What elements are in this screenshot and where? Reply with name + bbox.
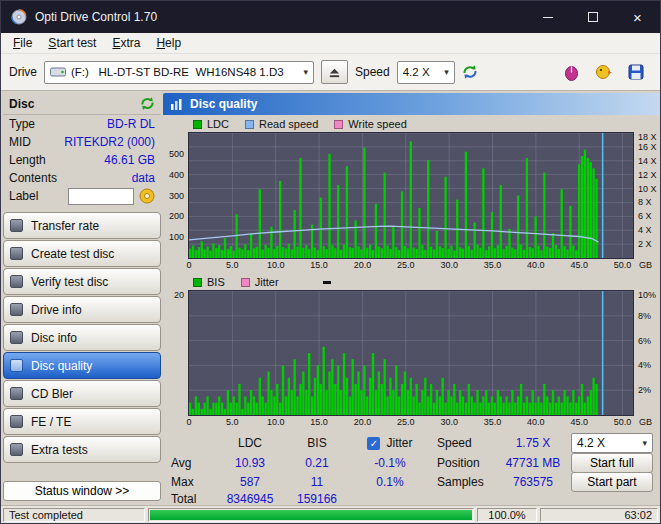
- avg-row-label: Avg: [165, 456, 211, 470]
- legend-label: Read speed: [259, 118, 318, 130]
- info-label: Type: [9, 117, 35, 131]
- disc-info-length: Length46.61 GB: [3, 151, 161, 169]
- save-icon: [628, 64, 644, 80]
- chevron-down-icon: ▾: [303, 67, 308, 77]
- disc-label-input[interactable]: [68, 188, 134, 205]
- legend-label: Jitter: [255, 276, 279, 288]
- disc-info-icon: [10, 331, 23, 344]
- label-lookup-icon[interactable]: [139, 188, 155, 204]
- menu-help[interactable]: Help: [148, 34, 189, 52]
- ldc-chart: 50040030020010018 X16 X14 X12 X10 X8 X6 …: [163, 133, 660, 272]
- minimize-button[interactable]: [525, 1, 570, 33]
- menu-extra[interactable]: Extra: [104, 34, 148, 52]
- drive-select[interactable]: (F:) HL-DT-ST BD-RE WH16NS48 1.D3 ▾: [44, 61, 314, 84]
- bird-button[interactable]: [595, 64, 612, 80]
- bis-chart: 2010%8%6%4%2%05.010.015.020.025.030.035.…: [163, 291, 660, 429]
- info-value: RITEKDR2 (000): [64, 135, 155, 149]
- sidebar-button-label: Disc quality: [31, 359, 92, 373]
- drive-icon: [50, 66, 66, 78]
- info-value: 46.61 GB: [104, 153, 155, 167]
- legend-bis-swatch: [193, 278, 202, 287]
- info-label: Label: [9, 189, 38, 203]
- save-button[interactable]: [628, 64, 644, 80]
- position-value: 47731 MB: [495, 456, 571, 470]
- status-bar: Test completed 100.0% 63:02: [1, 505, 660, 523]
- ldc-read-speed-x-axis: 05.010.015.020.025.030.035.040.045.050.0…: [189, 258, 633, 271]
- sidebar-button-disc-info[interactable]: Disc info: [3, 324, 161, 351]
- ldc-column-header: LDC: [211, 436, 289, 450]
- sidebar-button-label: Transfer rate: [31, 219, 99, 233]
- menu-file[interactable]: File: [5, 34, 40, 52]
- sidebar-button-transfer-rate[interactable]: Transfer rate: [3, 212, 161, 239]
- bis-jitter-plot: [189, 291, 633, 415]
- refresh-icon: [462, 64, 478, 80]
- eject-button[interactable]: [321, 60, 348, 84]
- extra-tests-icon: [10, 443, 23, 456]
- legend-jitter: Jitter: [241, 276, 279, 288]
- refresh-speeds-button[interactable]: [462, 64, 478, 80]
- disc-section-header: Disc: [3, 93, 161, 115]
- sidebar-button-fe-te[interactable]: FE / TE: [3, 408, 161, 435]
- maximize-icon: [588, 12, 598, 22]
- sidebar-button-label: FE / TE: [31, 415, 71, 429]
- disc-info-contents: Contentsdata: [3, 169, 161, 187]
- stats-area: LDC BIS ✓ Jitter Speed 1.75 X 4.2 X ▾ Av…: [165, 433, 658, 507]
- start-full-button[interactable]: Start full: [571, 453, 653, 473]
- legend-ldc: LDC: [193, 118, 229, 130]
- sidebar-button-extra-tests[interactable]: Extra tests: [3, 436, 161, 463]
- legend-jitter-swatch: [241, 278, 250, 287]
- mouse-button[interactable]: [564, 64, 579, 81]
- jitter-checkbox[interactable]: ✓: [367, 437, 380, 450]
- disc-info-type: TypeBD-R DL: [3, 115, 161, 133]
- sidebar-button-disc-quality[interactable]: Disc quality: [3, 352, 161, 379]
- legend-label: BIS: [207, 276, 225, 288]
- samples-value: 763575: [495, 475, 571, 489]
- chevron-down-icon: ▾: [444, 67, 449, 77]
- title-bar: Opti Drive Control 1.70 ×: [1, 1, 660, 33]
- avg-ldc-value: 10.93: [211, 456, 289, 470]
- max-bis-value: 11: [289, 475, 345, 489]
- maximize-button[interactable]: [570, 1, 615, 33]
- disc-quality-icon: [10, 359, 23, 372]
- sidebar-button-label: Disc info: [31, 331, 77, 345]
- start-part-button[interactable]: Start part: [571, 472, 653, 492]
- sidebar: Disc TypeBD-R DLMIDRITEKDR2 (000)Length4…: [3, 93, 161, 505]
- samples-label: Samples: [435, 475, 495, 489]
- info-value: data: [132, 171, 155, 185]
- verify-test-disc-icon: [10, 275, 23, 288]
- speed-select-value: 4.2 X: [403, 66, 430, 78]
- app-icon: [11, 9, 27, 25]
- scan-speed-select[interactable]: 4.2 X ▾: [571, 433, 653, 453]
- bis-bars: [189, 347, 598, 415]
- progress-percent: 100.0%: [477, 508, 537, 522]
- jitter-label: Jitter: [386, 436, 412, 450]
- refresh-disc-button[interactable]: [140, 96, 155, 111]
- sidebar-button-verify-test-disc[interactable]: Verify test disc: [3, 268, 161, 295]
- cd-bler-icon: [10, 387, 23, 400]
- refresh-disc-icon: [140, 96, 155, 111]
- speed-select[interactable]: 4.2 X ▾: [397, 61, 455, 84]
- status-window-button[interactable]: Status window >>: [3, 481, 161, 501]
- disc-info-list: TypeBD-R DLMIDRITEKDR2 (000)Length46.61 …: [3, 115, 161, 205]
- app-window: Opti Drive Control 1.70 × FileStart test…: [0, 0, 661, 524]
- progress-fill: [150, 510, 472, 520]
- info-label: MID: [9, 135, 31, 149]
- speed-label: Speed: [355, 65, 390, 79]
- legend-label: LDC: [207, 118, 229, 130]
- disc-info-mid: MIDRITEKDR2 (000): [3, 133, 161, 151]
- bird-icon: [595, 64, 612, 80]
- progress-bar: [148, 508, 474, 522]
- menu-start-test[interactable]: Start test: [40, 34, 104, 52]
- speed-stat-label: Speed: [435, 436, 495, 450]
- jitter-toggle[interactable]: ✓ Jitter: [345, 436, 435, 450]
- total-row-label: Total: [165, 492, 211, 506]
- sidebar-button-create-test-disc[interactable]: Create test disc: [3, 240, 161, 267]
- sidebar-button-cd-bler[interactable]: CD Bler: [3, 380, 161, 407]
- close-button[interactable]: ×: [615, 1, 660, 33]
- legend-bis: BIS: [193, 276, 225, 288]
- sidebar-button-drive-info[interactable]: Drive info: [3, 296, 161, 323]
- sidebar-button-label: Create test disc: [31, 247, 114, 261]
- ldc-read-speed-right-axis: 18 X16 X14 X12 X10 X8 X6 X4 X2 X: [635, 133, 660, 258]
- total-ldc-value: 8346945: [211, 492, 289, 506]
- mouse-icon: [564, 64, 579, 81]
